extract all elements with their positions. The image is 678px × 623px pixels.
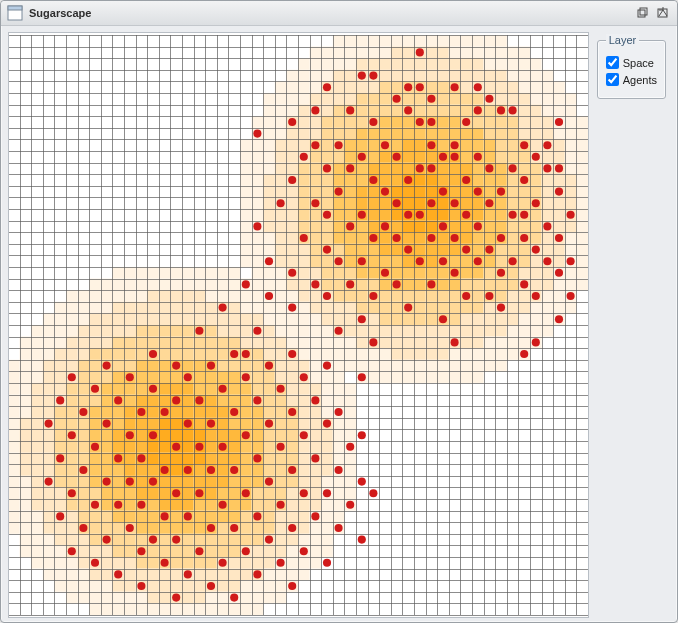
layer-item[interactable]: Agents xyxy=(606,73,657,86)
restore-icon[interactable] xyxy=(635,6,651,20)
window: Sugarscape Layer SpaceAgents xyxy=(0,0,678,623)
window-icon xyxy=(7,5,23,21)
layer-checkbox[interactable] xyxy=(606,56,619,69)
layer-label: Space xyxy=(623,57,654,69)
svg-rect-1 xyxy=(8,6,22,10)
window-controls xyxy=(635,6,671,20)
layer-checkbox[interactable] xyxy=(606,73,619,86)
simulation-canvas-wrap xyxy=(8,32,589,618)
layer-item[interactable]: Space xyxy=(606,56,657,69)
client-area: Layer SpaceAgents xyxy=(2,26,676,621)
titlebar[interactable]: Sugarscape xyxy=(1,1,677,26)
side-panel: Layer SpaceAgents xyxy=(595,26,676,621)
layers-legend: Layer xyxy=(606,34,640,46)
layers-fieldset: Layer SpaceAgents xyxy=(597,34,666,99)
svg-rect-2 xyxy=(638,10,645,17)
layer-label: Agents xyxy=(623,74,657,86)
window-title: Sugarscape xyxy=(29,7,635,19)
layers-list: SpaceAgents xyxy=(604,56,659,86)
maximize-icon[interactable] xyxy=(655,6,671,20)
svg-rect-3 xyxy=(640,8,647,15)
simulation-canvas[interactable] xyxy=(8,32,589,618)
